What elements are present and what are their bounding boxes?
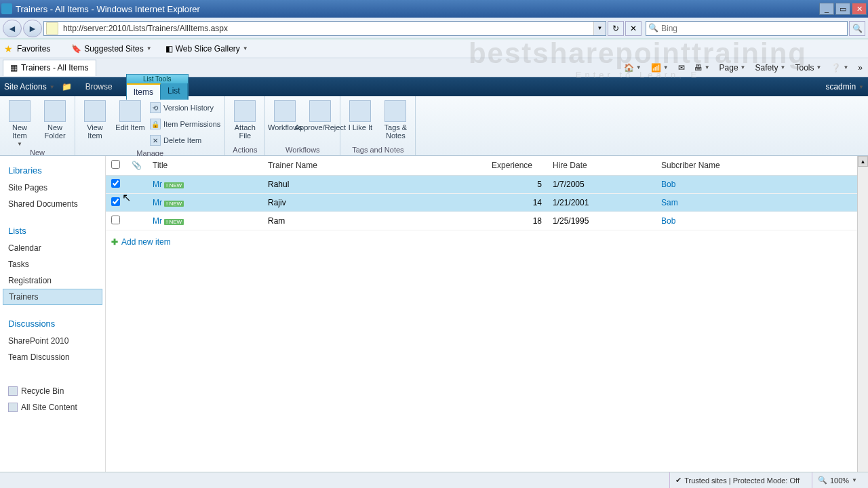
nav-registration[interactable]: Registration bbox=[0, 272, 105, 289]
nav-lists-header[interactable]: Lists bbox=[0, 222, 105, 240]
nav-libraries-header[interactable]: Libraries bbox=[0, 161, 105, 180]
address-bar[interactable]: ▼ bbox=[43, 21, 606, 36]
like-button[interactable]: I Like It bbox=[344, 98, 376, 131]
nav-discussions-header[interactable]: Discussions bbox=[0, 314, 105, 333]
edit-item-button[interactable]: Edit Item bbox=[115, 98, 146, 131]
attach-icon bbox=[234, 100, 256, 122]
chevron-down-icon: ▼ bbox=[146, 45, 152, 52]
search-go-button[interactable]: 🔍 bbox=[849, 21, 865, 36]
permissions-icon: 🔒 bbox=[150, 119, 161, 129]
browse-tab[interactable]: Browse bbox=[79, 78, 119, 96]
maximize-button[interactable]: ▭ bbox=[835, 3, 850, 15]
web-slice-icon: ◧ bbox=[165, 44, 173, 54]
web-slice-gallery-link[interactable]: ◧ Web Slice Gallery ▼ bbox=[161, 42, 253, 56]
tab-favicon: ▦ bbox=[10, 63, 18, 73]
table-row[interactable]: Mr! NEWRajiv141/21/2001Sam bbox=[106, 194, 868, 212]
all-content-icon bbox=[8, 403, 18, 412]
col-title[interactable]: Title bbox=[147, 156, 262, 176]
url-input[interactable] bbox=[60, 22, 593, 35]
list-tools-label: List Tools bbox=[127, 75, 188, 83]
subscriber-link[interactable]: Bob bbox=[661, 180, 675, 189]
new-item-icon bbox=[9, 100, 31, 122]
close-button[interactable]: ✕ bbox=[852, 3, 867, 15]
item-title-link[interactable]: Mr bbox=[153, 198, 162, 207]
forward-button[interactable]: ► bbox=[23, 20, 42, 37]
table-row[interactable]: Mr! NEWRahul51/7/2005Bob bbox=[106, 176, 868, 194]
favorites-bar: ★ Favorites 🔖 Suggested Sites ▼ ◧ Web Sl… bbox=[0, 39, 868, 58]
nav-trainers[interactable]: Trainers bbox=[3, 289, 102, 305]
cell-hire-date: 1/21/2001 bbox=[547, 194, 656, 212]
minimize-button[interactable]: _ bbox=[819, 3, 834, 15]
command-bar: 🏠 ▼ 📶 ▼ ✉ 🖶 ▼ Page ▼ Safety ▼ Tools ▼ ❔▼… bbox=[621, 62, 865, 74]
favorites-label[interactable]: Favorites bbox=[17, 44, 50, 54]
version-history-icon: ⟲ bbox=[150, 102, 161, 113]
nav-recycle-bin[interactable]: Recycle Bin bbox=[0, 383, 105, 399]
zoom-level[interactable]: 🔍 100% ▼ bbox=[812, 472, 863, 488]
col-experience[interactable]: Experience bbox=[486, 156, 547, 176]
item-title-link[interactable]: Mr bbox=[153, 180, 162, 189]
delete-item-button[interactable]: ✕Delete Item bbox=[150, 133, 220, 148]
back-button[interactable]: ◄ bbox=[3, 20, 22, 37]
print-button[interactable]: 🖶 ▼ bbox=[692, 62, 713, 74]
add-new-item-link[interactable]: ✚ Add new item bbox=[106, 230, 868, 253]
version-history-button[interactable]: ⟲Version History bbox=[150, 100, 220, 115]
new-badge: ! NEW bbox=[164, 219, 184, 225]
row-checkbox[interactable] bbox=[111, 197, 120, 206]
favorites-star-icon[interactable]: ★ bbox=[4, 43, 13, 54]
more-commands-button[interactable]: » bbox=[855, 62, 865, 74]
search-box[interactable]: 🔍 bbox=[646, 21, 848, 36]
tools-menu[interactable]: Tools ▼ bbox=[792, 62, 824, 74]
ie-icon bbox=[1, 3, 12, 14]
cell-trainer: Rajiv bbox=[262, 194, 486, 212]
row-checkbox[interactable] bbox=[111, 179, 120, 188]
cell-hire-date: 1/7/2005 bbox=[547, 176, 656, 194]
attach-file-button[interactable]: Attach File bbox=[229, 98, 260, 140]
page-menu[interactable]: Page ▼ bbox=[717, 62, 749, 74]
navigate-up-icon[interactable]: 📁 bbox=[62, 82, 72, 92]
stop-button[interactable]: ✕ bbox=[625, 21, 642, 36]
scroll-up-button[interactable]: ▲ bbox=[858, 156, 868, 167]
site-actions-menu[interactable]: Site Actions▼ bbox=[4, 82, 55, 92]
recycle-bin-icon bbox=[8, 386, 18, 396]
cell-hire-date: 1/25/1995 bbox=[547, 212, 656, 230]
item-title-link[interactable]: Mr bbox=[153, 216, 162, 226]
nav-sharepoint-2010[interactable]: SharePoint 2010 bbox=[0, 333, 105, 349]
view-item-button[interactable]: View Item bbox=[79, 98, 111, 140]
nav-all-site-content[interactable]: All Site Content bbox=[0, 399, 105, 415]
list-table: 📎 Title Trainer Name Experience Hire Dat… bbox=[106, 156, 868, 230]
vertical-scrollbar[interactable]: ▲ bbox=[857, 156, 868, 472]
new-folder-button[interactable]: New Folder bbox=[39, 98, 71, 140]
subscriber-link[interactable]: Bob bbox=[661, 216, 675, 226]
select-all-checkbox[interactable] bbox=[111, 160, 120, 169]
nav-tasks[interactable]: Tasks bbox=[0, 256, 105, 272]
items-tab[interactable]: Items bbox=[127, 83, 161, 100]
browser-tab[interactable]: ▦ Trainers - All Items bbox=[3, 60, 96, 76]
refresh-button[interactable]: ↻ bbox=[608, 21, 624, 36]
item-permissions-button[interactable]: 🔒Item Permissions bbox=[150, 117, 220, 131]
nav-site-pages[interactable]: Site Pages bbox=[0, 180, 105, 196]
col-trainer-name[interactable]: Trainer Name bbox=[262, 156, 486, 176]
feeds-button[interactable]: 📶 ▼ bbox=[648, 62, 671, 74]
row-checkbox[interactable] bbox=[111, 216, 120, 224]
safety-menu[interactable]: Safety ▼ bbox=[753, 62, 789, 74]
user-menu[interactable]: scadmin ▼ bbox=[825, 82, 864, 92]
nav-calendar[interactable]: Calendar bbox=[0, 240, 105, 256]
tags-notes-button[interactable]: Tags & Notes bbox=[380, 98, 411, 140]
search-input[interactable] bbox=[661, 24, 847, 33]
readmail-button[interactable]: ✉ bbox=[675, 62, 688, 74]
page-icon bbox=[46, 22, 58, 35]
nav-team-discussion[interactable]: Team Discussion bbox=[0, 349, 105, 365]
col-hire-date[interactable]: Hire Date bbox=[547, 156, 656, 176]
like-icon bbox=[349, 100, 371, 122]
new-item-button[interactable]: New Item▼ bbox=[4, 98, 35, 147]
help-button[interactable]: ❔▼ bbox=[828, 62, 851, 74]
home-button[interactable]: 🏠 ▼ bbox=[621, 62, 644, 74]
address-dropdown[interactable]: ▼ bbox=[593, 22, 606, 35]
table-row[interactable]: Mr! NEWRam181/25/1995Bob bbox=[106, 212, 868, 230]
nav-shared-documents[interactable]: Shared Documents bbox=[0, 196, 105, 212]
approve-reject-button[interactable]: Approve/Reject bbox=[304, 98, 336, 131]
subscriber-link[interactable]: Sam bbox=[661, 198, 678, 207]
col-subscriber-name[interactable]: Subcriber Name bbox=[656, 156, 868, 176]
suggested-sites-link[interactable]: 🔖 Suggested Sites ▼ bbox=[66, 42, 156, 56]
list-tab[interactable]: List bbox=[161, 83, 188, 100]
